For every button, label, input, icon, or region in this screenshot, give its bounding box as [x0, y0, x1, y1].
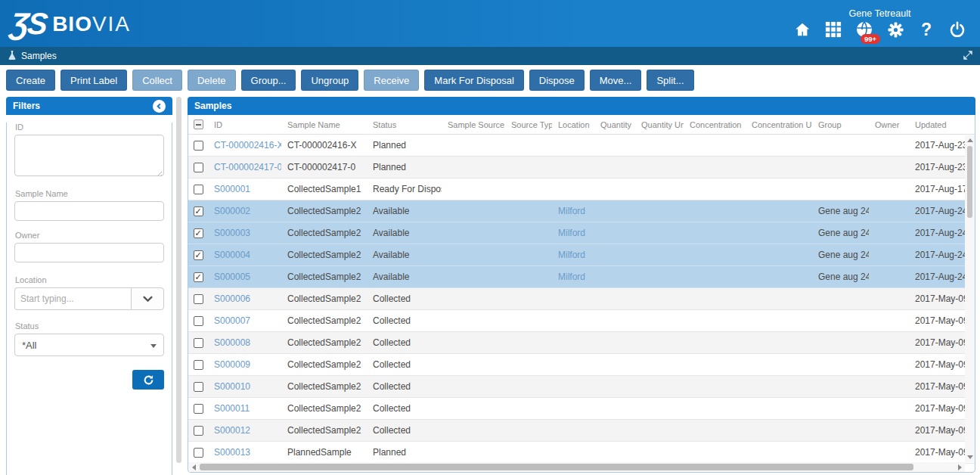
- sample-id-link[interactable]: S000010: [208, 381, 281, 392]
- select-all-checkbox[interactable]: [194, 120, 203, 129]
- table-row[interactable]: S000006CollectedSample2Collected2017-May…: [188, 288, 975, 310]
- row-checkbox[interactable]: [194, 426, 203, 436]
- sample-id-link[interactable]: S000009: [208, 359, 281, 370]
- table-row[interactable]: CT-000002417-0CT-000002417-0Planned2017-…: [188, 157, 975, 179]
- sample-id-link[interactable]: S000012: [208, 425, 281, 436]
- row-checkbox[interactable]: [194, 185, 203, 194]
- column-header-status[interactable]: Status: [367, 120, 442, 129]
- expand-window-icon[interactable]: [963, 49, 972, 63]
- row-checkbox[interactable]: [194, 338, 203, 348]
- globe-notifications-icon[interactable]: 99+: [855, 20, 873, 39]
- table-row[interactable]: S000012CollectedSample2Collected2017-May…: [188, 420, 975, 442]
- scroll-up-arrow-icon[interactable]: [967, 138, 973, 142]
- table-row[interactable]: CT-000002416-XCT-000002416-XPlanned2017-…: [188, 135, 975, 157]
- id-filter-input[interactable]: [14, 135, 164, 176]
- row-checkbox[interactable]: [194, 404, 203, 414]
- toolbar-button-delete[interactable]: Delete: [188, 70, 236, 91]
- column-header-location[interactable]: Location: [552, 120, 594, 129]
- sample-name-filter-input[interactable]: [14, 201, 164, 221]
- sample-id-link[interactable]: CT-000002417-0: [208, 162, 281, 172]
- status-cell: Ready For Dispose: [367, 184, 442, 194]
- vertical-scroll-thumb[interactable]: [967, 146, 972, 218]
- toolbar-button-create[interactable]: Create: [6, 70, 55, 91]
- refresh-button[interactable]: [132, 370, 164, 390]
- location-cell[interactable]: Milford: [552, 250, 594, 260]
- sample-id-link[interactable]: CT-000002416-X: [208, 140, 281, 151]
- row-checkbox[interactable]: [194, 250, 203, 260]
- row-checkbox[interactable]: [194, 141, 203, 151]
- home-icon[interactable]: [793, 20, 811, 39]
- sample-id-link[interactable]: S000011: [208, 403, 281, 414]
- row-checkbox[interactable]: [194, 272, 203, 282]
- table-row[interactable]: S000001CollectedSample1Ready For Dispose…: [188, 179, 975, 200]
- toolbar-button-group[interactable]: Group...: [241, 70, 296, 91]
- horizontal-scrollbar[interactable]: [189, 462, 965, 472]
- sample-id-link[interactable]: S000002: [208, 206, 281, 216]
- column-header-concentration[interactable]: Concentration: [684, 120, 746, 129]
- scroll-right-arrow-icon[interactable]: [958, 464, 962, 470]
- table-row[interactable]: S000013PlannedSamplePlanned2017-May-09: [188, 442, 975, 464]
- sample-id-link[interactable]: S000008: [208, 337, 281, 348]
- row-checkbox[interactable]: [194, 228, 203, 238]
- table-row[interactable]: S000007CollectedSample2Collected2017-May…: [188, 310, 975, 332]
- row-checkbox[interactable]: [194, 206, 203, 216]
- table-row[interactable]: S000008CollectedSample2Collected2017-May…: [188, 332, 975, 354]
- power-icon[interactable]: [948, 20, 966, 39]
- column-header-group[interactable]: Group: [812, 120, 869, 129]
- table-row[interactable]: S000009CollectedSample2Collected2017-May…: [188, 354, 975, 376]
- column-header-owner[interactable]: Owner: [869, 120, 909, 129]
- row-checkbox[interactable]: [194, 316, 203, 326]
- row-checkbox[interactable]: [194, 382, 203, 392]
- column-header-sample-name[interactable]: Sample Name: [281, 120, 367, 129]
- scroll-down-arrow-icon[interactable]: [967, 455, 973, 459]
- table-row[interactable]: S000002CollectedSample2AvailableMilfordG…: [188, 200, 975, 222]
- toolbar-button-dispose[interactable]: Dispose: [529, 70, 585, 91]
- location-cell[interactable]: Milford: [552, 228, 594, 238]
- scroll-left-arrow-icon[interactable]: [192, 464, 196, 470]
- table-row[interactable]: S000004CollectedSample2AvailableMilfordG…: [188, 244, 975, 266]
- toolbar-button-receive[interactable]: Receive: [364, 70, 419, 91]
- toolbar-button-mark-for-disposal[interactable]: Mark For Disposal: [424, 70, 523, 91]
- sample-id-link[interactable]: S000005: [208, 272, 281, 282]
- row-checkbox[interactable]: [194, 163, 203, 172]
- table-row[interactable]: S000003CollectedSample2AvailableMilfordG…: [188, 222, 975, 244]
- location-cell[interactable]: Milford: [552, 206, 594, 216]
- sample-id-link[interactable]: S000006: [208, 293, 281, 304]
- table-row[interactable]: S000005CollectedSample2AvailableMilfordG…: [188, 266, 975, 288]
- column-header-concentration-unit[interactable]: Concentration Unit: [746, 120, 812, 129]
- column-header-quantity[interactable]: Quantity: [594, 120, 635, 129]
- column-header-updated[interactable]: Updated: [909, 120, 965, 129]
- table-row[interactable]: S000011CollectedSample2Collected2017-May…: [188, 398, 975, 420]
- row-checkbox[interactable]: [194, 360, 203, 370]
- apps-grid-icon[interactable]: [824, 20, 842, 39]
- toolbar-button-split[interactable]: Split...: [647, 70, 693, 91]
- sample-id-link[interactable]: S000001: [208, 184, 281, 194]
- horizontal-scroll-thumb[interactable]: [200, 464, 913, 470]
- column-header-quantity-unit[interactable]: Quantity Unit: [635, 120, 684, 129]
- row-checkbox[interactable]: [194, 448, 203, 458]
- sample-id-link[interactable]: S000004: [208, 250, 281, 260]
- toolbar-button-collect[interactable]: Collect: [132, 70, 182, 91]
- location-dropdown-button[interactable]: [131, 287, 164, 310]
- status-filter-select[interactable]: *All: [14, 334, 164, 356]
- help-icon[interactable]: ?: [917, 20, 935, 39]
- sidebar-scrollbar[interactable]: [176, 97, 181, 463]
- sample-id-link[interactable]: S000013: [208, 447, 281, 458]
- toolbar-button-ungroup[interactable]: Ungroup: [301, 70, 358, 91]
- sample-id-link[interactable]: S000003: [208, 228, 281, 238]
- toolbar-button-print-label[interactable]: Print Label: [60, 70, 127, 91]
- collapse-filters-icon[interactable]: [153, 100, 166, 113]
- location-cell[interactable]: Milford: [552, 272, 594, 282]
- toolbar-button-move[interactable]: Move...: [590, 70, 642, 91]
- table-row[interactable]: S000010CollectedSample2Collected2017-May…: [188, 376, 975, 398]
- sample-id-link[interactable]: S000007: [208, 315, 281, 326]
- vertical-scrollbar[interactable]: [965, 135, 975, 462]
- row-checkbox[interactable]: [194, 294, 203, 304]
- owner-filter-input[interactable]: [14, 243, 164, 262]
- status-filter-label: Status: [15, 321, 164, 331]
- location-filter-input[interactable]: [14, 287, 131, 310]
- column-header-source-type[interactable]: Source Type: [505, 120, 552, 129]
- column-header-id[interactable]: ID: [208, 120, 281, 129]
- column-header-sample-source[interactable]: Sample Source: [442, 120, 505, 129]
- settings-gear-icon[interactable]: [886, 20, 904, 39]
